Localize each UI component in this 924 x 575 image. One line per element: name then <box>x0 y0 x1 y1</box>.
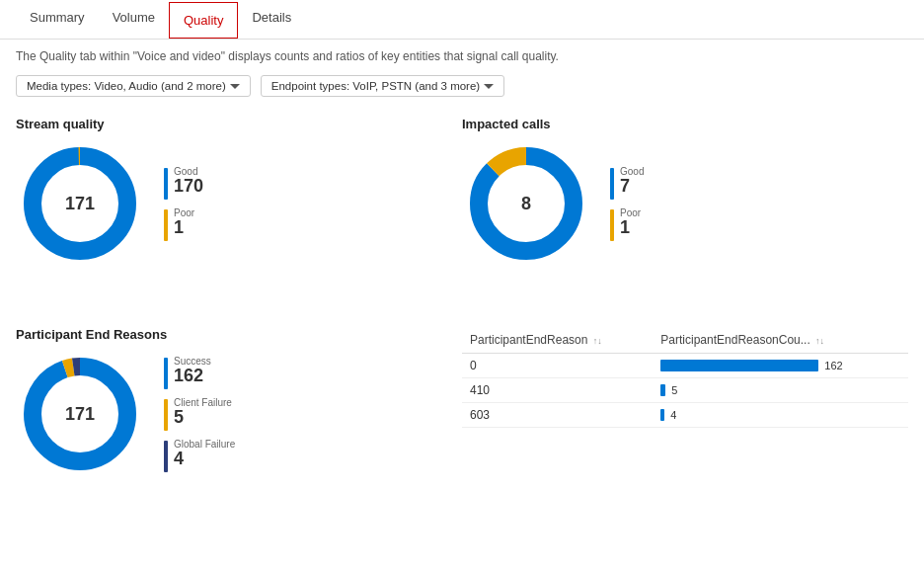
bar-fill <box>660 360 818 371</box>
impacted-calls-title: Impacted calls <box>462 107 908 131</box>
per-success: Success 162 <box>164 356 235 389</box>
per-global-failure-value: 4 <box>174 450 235 469</box>
tab-volume[interactable]: Volume <box>99 0 169 39</box>
impacted-calls-legend: Good 7 Poor 1 <box>610 166 644 241</box>
reason-cell: 603 <box>462 403 653 428</box>
table-row: 410 5 <box>462 378 908 403</box>
tab-details[interactable]: Details <box>238 0 305 39</box>
stream-quality-donut: 171 <box>16 139 144 268</box>
count-cell: 4 <box>653 403 908 428</box>
per-success-value: 162 <box>174 367 211 386</box>
participant-end-reasons-donut: 171 <box>16 350 144 478</box>
filter-bar: Media types: Video, Audio (and 2 more) E… <box>0 71 924 107</box>
per-global-failure: Global Failure 4 <box>164 439 235 472</box>
col-count-header[interactable]: ParticipantEndReasonCou... ↑↓ <box>653 327 908 354</box>
per-client-failure-value: 5 <box>174 408 232 428</box>
participant-end-reasons-title: Participant End Reasons <box>16 317 462 342</box>
impacted-calls-good: Good 7 <box>610 166 644 200</box>
participant-end-reasons-section: Participant End Reasons 171 <box>16 317 462 478</box>
svg-marker-0 <box>230 84 240 89</box>
reason-cell: 0 <box>462 354 653 378</box>
impacted-calls-total: 8 <box>521 194 531 214</box>
sort-reason-icon[interactable]: ↑↓ <box>593 336 602 346</box>
participant-end-reasons-legend: Success 162 Client Failure 5 <box>164 356 235 472</box>
bar-value: 162 <box>824 360 842 371</box>
participant-end-reason-table: ParticipantEndReason ↑↓ ParticipantEndRe… <box>462 327 908 428</box>
stream-quality-legend: Good 170 Poor 1 <box>164 166 203 241</box>
media-types-filter[interactable]: Media types: Video, Audio (and 2 more) <box>16 75 251 97</box>
impacted-calls-chart: 8 Good 7 Poor 1 <box>462 139 908 268</box>
table-row: 603 4 <box>462 403 908 428</box>
sort-count-icon[interactable]: ↑↓ <box>815 336 824 346</box>
stream-quality-chart: 171 Good 170 Poor 1 <box>16 139 462 268</box>
stream-quality-title: Stream quality <box>16 107 462 131</box>
description-text: The Quality tab within "Voice and video"… <box>0 40 924 71</box>
reason-cell: 410 <box>462 378 653 403</box>
stream-quality-total: 171 <box>65 194 95 214</box>
participant-end-reasons-chart: 171 Success 162 Client Failure <box>16 350 462 478</box>
endpoint-types-label: Endpoint types: VoIP, PSTN (and 3 more) <box>271 80 480 92</box>
top-row: Stream quality 171 <box>0 107 924 268</box>
bar-fill <box>660 409 664 421</box>
app-container: Summary Volume Quality Details The Quali… <box>0 0 924 478</box>
table-section: ParticipantEndReason ↑↓ ParticipantEndRe… <box>462 317 908 478</box>
media-types-label: Media types: Video, Audio (and 2 more) <box>27 80 226 92</box>
tab-summary[interactable]: Summary <box>16 0 99 39</box>
impacted-calls-donut: 8 <box>462 139 590 268</box>
bar-value: 4 <box>670 409 676 421</box>
tab-bar: Summary Volume Quality Details <box>0 0 924 40</box>
tab-quality[interactable]: Quality <box>169 2 238 39</box>
impacted-calls-poor: Poor 1 <box>610 207 644 241</box>
stream-quality-good-value: 170 <box>174 177 203 197</box>
impacted-calls-section: Impacted calls 8 G <box>462 107 908 268</box>
participant-end-reasons-total: 171 <box>65 404 95 425</box>
stream-quality-poor: Poor 1 <box>164 207 203 241</box>
col-reason-header[interactable]: ParticipantEndReason ↑↓ <box>462 327 653 354</box>
count-cell: 5 <box>653 378 908 403</box>
stream-quality-poor-value: 1 <box>174 218 194 238</box>
stream-quality-section: Stream quality 171 <box>16 107 462 268</box>
table-row: 0 162 <box>462 354 908 378</box>
stream-quality-good: Good 170 <box>164 166 203 200</box>
per-client-failure: Client Failure 5 <box>164 397 235 431</box>
svg-marker-1 <box>484 84 494 89</box>
impacted-calls-poor-value: 1 <box>620 218 641 238</box>
count-cell: 162 <box>653 354 908 378</box>
bottom-row: Participant End Reasons 171 <box>0 317 924 478</box>
bar-fill <box>660 384 665 396</box>
impacted-calls-good-value: 7 <box>620 177 644 197</box>
endpoint-types-filter[interactable]: Endpoint types: VoIP, PSTN (and 3 more) <box>261 75 504 97</box>
bar-value: 5 <box>671 384 677 396</box>
